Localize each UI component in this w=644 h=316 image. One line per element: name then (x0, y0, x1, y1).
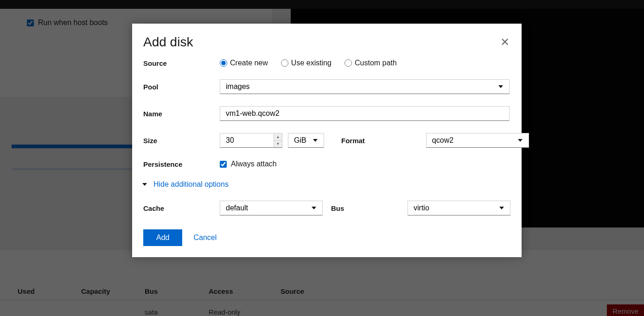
size-spinner[interactable]: ▲ ▼ (274, 133, 282, 147)
format-select[interactable]: qcow2 (426, 133, 529, 148)
modal-title: Add disk (143, 35, 510, 50)
radio-create-new-label: Create new (230, 59, 268, 67)
cache-select[interactable]: default (220, 201, 323, 215)
spinner-up-icon[interactable]: ▲ (274, 133, 282, 141)
pool-label: Pool (143, 83, 220, 91)
size-unit-select-wrap: GiB (288, 133, 324, 148)
size-row: Size ▲ ▼ GiB Format qcow2 (143, 133, 510, 148)
cache-label: Cache (143, 204, 220, 212)
pool-select-wrap: images (220, 79, 510, 94)
source-label: Source (143, 59, 220, 67)
size-label: Size (143, 137, 220, 145)
close-button[interactable]: ✕ (497, 34, 513, 51)
persistence-label: Persistence (143, 160, 220, 168)
persistence-row: Persistence Always attach (143, 160, 510, 168)
radio-create-new[interactable]: Create new (220, 59, 268, 67)
pool-row: Pool images (143, 79, 510, 94)
always-attach-item[interactable]: Always attach (220, 160, 277, 168)
size-input[interactable] (220, 133, 282, 148)
cache-bus-row: Cache default Bus virtio (143, 201, 510, 215)
additional-options-toggle[interactable]: Hide additional options (142, 180, 510, 189)
format-label: Format (341, 137, 365, 145)
size-input-wrap: ▲ ▼ (220, 133, 282, 148)
additional-options-label: Hide additional options (153, 180, 229, 189)
source-radio-group: Create new Use existing Custom path (220, 59, 397, 67)
size-unit-select[interactable]: GiB (288, 133, 324, 148)
bus-label: Bus (331, 204, 408, 212)
add-button[interactable]: Add (143, 229, 182, 246)
radio-create-new-input[interactable] (220, 59, 227, 67)
name-label: Name (143, 110, 220, 118)
radio-use-existing-label: Use existing (291, 59, 332, 67)
format-select-wrap: qcow2 (426, 133, 529, 148)
always-attach-checkbox[interactable] (220, 161, 227, 168)
pool-select[interactable]: images (220, 79, 510, 94)
radio-custom-path-input[interactable] (344, 59, 352, 67)
radio-use-existing-input[interactable] (281, 59, 288, 67)
radio-custom-path-label: Custom path (355, 59, 397, 67)
cache-select-wrap: default (220, 201, 323, 215)
bus-select[interactable]: virtio (408, 201, 510, 215)
spinner-down-icon[interactable]: ▼ (274, 141, 282, 148)
radio-use-existing[interactable]: Use existing (281, 59, 332, 67)
name-input[interactable] (220, 106, 510, 121)
radio-custom-path[interactable]: Custom path (344, 59, 397, 67)
source-row: Source Create new Use existing Custom pa… (143, 59, 510, 67)
modal-actions: Add Cancel (143, 229, 510, 246)
bus-select-wrap: virtio (408, 201, 510, 215)
cancel-button[interactable]: Cancel (193, 234, 217, 242)
add-disk-modal: Add disk ✕ Source Create new Use existin… (132, 24, 522, 257)
name-row: Name (143, 106, 510, 121)
always-attach-label: Always attach (231, 160, 277, 168)
close-icon: ✕ (500, 36, 510, 48)
chevron-down-icon (142, 183, 147, 186)
